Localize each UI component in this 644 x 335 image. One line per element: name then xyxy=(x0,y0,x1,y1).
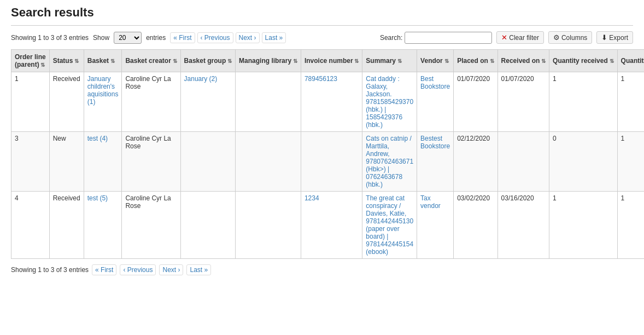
col-qty-received[interactable]: Quantity received xyxy=(549,50,618,72)
next-btn-top[interactable]: Next › xyxy=(236,32,260,43)
cell-qty-received: 1 xyxy=(549,72,618,132)
cell-basket-creator: Caroline Cyr La Rose xyxy=(122,132,180,192)
cell-order-line: 3 xyxy=(11,132,50,192)
cell-status: New xyxy=(49,132,84,192)
vendor-link[interactable]: Best Bookstore xyxy=(420,75,450,90)
cell-summary: Cats on catnip / Marttila, Andrew, 97807… xyxy=(362,132,417,192)
cell-invoice-number xyxy=(301,132,362,192)
previous-btn-bottom[interactable]: ‹ Previous xyxy=(120,264,156,275)
search-label: Search: xyxy=(380,34,402,42)
x-icon: ✕ xyxy=(501,33,507,42)
first-btn-top[interactable]: « First xyxy=(170,32,195,43)
col-managing-library[interactable]: Managing library xyxy=(236,50,301,72)
col-basket[interactable]: Basket xyxy=(84,50,122,72)
basket-link[interactable]: test (5) xyxy=(87,194,108,202)
col-received-on[interactable]: Received on xyxy=(497,50,549,72)
col-vendor[interactable]: Vendor xyxy=(417,50,454,72)
summary-link[interactable]: Cat daddy : Galaxy, Jackson. 97815854293… xyxy=(366,75,413,129)
cell-status: Received xyxy=(49,72,84,132)
show-label: Show xyxy=(93,34,109,42)
entries-select[interactable]: 10 20 50 100 xyxy=(114,32,142,44)
col-status[interactable]: Status xyxy=(49,50,84,72)
columns-button[interactable]: ⚙ Columns xyxy=(548,31,592,44)
cell-qty-ordered: 1 xyxy=(617,72,644,132)
col-placed-on[interactable]: Placed on xyxy=(454,50,497,72)
col-basket-group[interactable]: Basket group xyxy=(180,50,235,72)
clear-filter-button[interactable]: ✕ Clear filter xyxy=(496,31,544,44)
cell-received-on: 03/16/2020 xyxy=(497,192,549,259)
export-button[interactable]: ⬇ Export xyxy=(596,31,633,44)
showing-text-top: Showing 1 to 3 of 3 entries xyxy=(11,34,89,42)
cell-qty-ordered: 1 xyxy=(617,192,644,259)
showing-text-bottom: Showing 1 to 3 of 3 entries xyxy=(11,266,89,274)
download-icon: ⬇ xyxy=(601,33,607,42)
col-invoice-number[interactable]: Invoice number xyxy=(301,50,362,72)
cell-placed-on: 02/12/2020 xyxy=(454,132,497,192)
cell-placed-on: 03/02/2020 xyxy=(454,192,497,259)
page-title: Search results xyxy=(11,5,633,20)
cell-order-line: 4 xyxy=(11,192,50,259)
cell-basket-group xyxy=(180,192,235,259)
cell-summary: Cat daddy : Galaxy, Jackson. 97815854293… xyxy=(362,72,417,132)
col-qty-ordered[interactable]: Quantity ordered xyxy=(617,50,644,72)
table-row: 3Newtest (4)Caroline Cyr La RoseCats on … xyxy=(11,132,645,192)
clear-filter-label: Clear filter xyxy=(509,34,539,42)
entries-text: entries xyxy=(146,34,166,42)
table-header-row: Order line(parent) Status Basket Basket … xyxy=(11,50,645,72)
vendor-link[interactable]: Bestest Bookstore xyxy=(420,135,450,150)
cell-received-on: 01/07/2020 xyxy=(497,72,549,132)
summary-link[interactable]: Cats on catnip / Marttila, Andrew, 97807… xyxy=(366,135,413,188)
cell-vendor: Bestest Bookstore xyxy=(417,132,454,192)
col-basket-creator[interactable]: Basket creator xyxy=(122,50,180,72)
cell-qty-received: 1 xyxy=(549,192,618,259)
cell-managing-library xyxy=(236,132,301,192)
next-btn-bottom[interactable]: Next › xyxy=(159,264,183,275)
summary-link[interactable]: The great cat conspiracy / Davies, Katie… xyxy=(366,194,413,256)
cell-basket: January children's aquisitions (1) xyxy=(84,72,122,132)
bottom-controls: Showing 1 to 3 of 3 entries « First ‹ Pr… xyxy=(11,264,633,275)
cell-status: Received xyxy=(49,192,84,259)
search-input[interactable] xyxy=(405,32,492,44)
cell-basket: test (5) xyxy=(84,192,122,259)
last-btn-top[interactable]: Last » xyxy=(262,32,286,43)
last-btn-bottom[interactable]: Last » xyxy=(186,264,211,275)
cell-placed-on: 01/07/2020 xyxy=(454,72,497,132)
export-label: Export xyxy=(609,34,628,42)
col-order-line[interactable]: Order line(parent) xyxy=(11,50,50,72)
cell-invoice-number: 1234 xyxy=(301,192,362,259)
invoice-link[interactable]: 789456123 xyxy=(305,75,337,83)
cell-received-on xyxy=(497,132,549,192)
results-table: Order line(parent) Status Basket Basket … xyxy=(11,49,644,259)
columns-label: Columns xyxy=(561,34,587,42)
cell-summary: The great cat conspiracy / Davies, Katie… xyxy=(362,192,417,259)
basket-group-link[interactable]: January (2) xyxy=(184,75,218,83)
invoice-link[interactable]: 1234 xyxy=(305,194,319,202)
vendor-link[interactable]: Tax vendor xyxy=(420,194,441,210)
top-controls: Showing 1 to 3 of 3 entries Show 10 20 5… xyxy=(11,31,633,44)
cell-qty-ordered: 1 xyxy=(617,132,644,192)
cell-basket-group xyxy=(180,132,235,192)
cell-invoice-number: 789456123 xyxy=(301,72,362,132)
cell-basket: test (4) xyxy=(84,132,122,192)
gear-icon: ⚙ xyxy=(553,33,560,42)
col-summary[interactable]: Summary xyxy=(362,50,417,72)
cell-basket-creator: Caroline Cyr La Rose xyxy=(122,192,180,259)
cell-qty-received: 0 xyxy=(549,132,618,192)
cell-order-line: 1 xyxy=(11,72,50,132)
previous-btn-top[interactable]: ‹ Previous xyxy=(197,32,233,43)
table-row: 4Receivedtest (5)Caroline Cyr La Rose123… xyxy=(11,192,645,259)
cell-basket-group: January (2) xyxy=(180,72,235,132)
cell-basket-creator: Caroline Cyr La Rose xyxy=(122,72,180,132)
cell-managing-library xyxy=(236,192,301,259)
basket-link[interactable]: test (4) xyxy=(87,135,108,142)
table-row: 1ReceivedJanuary children's aquisitions … xyxy=(11,72,645,132)
top-pagination: « First ‹ Previous Next › Last » xyxy=(170,32,286,43)
cell-vendor: Tax vendor xyxy=(417,192,454,259)
cell-managing-library xyxy=(236,72,301,132)
basket-link[interactable]: January children's aquisitions (1) xyxy=(87,75,119,106)
search-group: Search: xyxy=(380,32,492,44)
cell-vendor: Best Bookstore xyxy=(417,72,454,132)
first-btn-bottom[interactable]: « First xyxy=(92,264,116,275)
